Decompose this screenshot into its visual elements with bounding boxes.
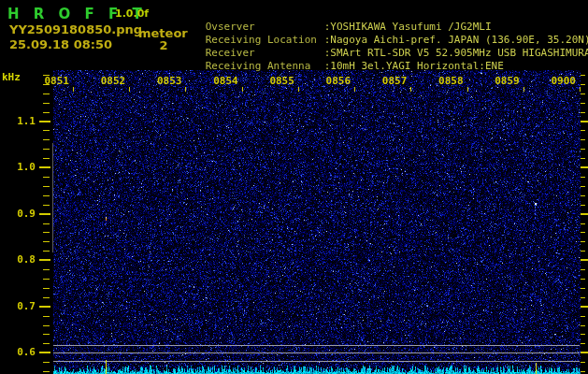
freq-minor-tick-left — [43, 130, 50, 131]
freq-minor-tick-right — [581, 343, 585, 344]
time-tick-mark — [242, 87, 243, 92]
freq-minor-tick-left — [43, 334, 50, 335]
location-label: Receiving Location — [206, 34, 324, 47]
freq-minor-tick-right — [581, 241, 585, 242]
freq-minor-tick-left — [43, 177, 50, 178]
freq-minor-tick-left — [43, 362, 50, 363]
freq-minor-tick-right — [581, 205, 585, 206]
freq-minor-tick-right — [581, 177, 585, 178]
time-tick-mark — [580, 87, 581, 92]
freq-minor-tick-left — [43, 139, 50, 140]
freq-minor-tick-right — [581, 103, 585, 104]
time-tick-label: 0853 — [146, 76, 181, 86]
freq-major-tick-right — [581, 259, 588, 261]
freq-minor-tick-right — [581, 94, 585, 94]
time-tick-mark — [523, 87, 524, 92]
freq-minor-tick-right — [581, 158, 585, 159]
freq-minor-tick-right — [581, 186, 585, 187]
freq-minor-tick-right — [581, 139, 585, 140]
observer-value: :YOSHIKAWA Yasufumi /JG2MLI — [324, 21, 492, 33]
antenna-value: :10mH 3el.YAGI Horizontal:ENE — [324, 60, 504, 72]
time-tick-label: 0856 — [315, 76, 351, 86]
location-value: :Nagoya Aichi-pref. JAPAN (136.90E, 35.2… — [324, 34, 588, 46]
time-tick-mark — [298, 87, 299, 92]
time-tick-label: 0859 — [484, 76, 520, 86]
freq-major-tick-right — [581, 213, 588, 215]
freq-major-tick-right — [581, 306, 588, 308]
freq-minor-tick-right — [581, 223, 585, 224]
time-tick-mark — [129, 87, 130, 92]
freq-minor-tick-right — [581, 362, 585, 363]
freq-major-tick-left — [39, 166, 50, 168]
freq-minor-tick-right — [581, 316, 585, 317]
freq-minor-tick-right — [581, 112, 585, 113]
freq-minor-tick-right — [581, 149, 585, 150]
time-tick-mark — [73, 87, 74, 92]
freq-minor-tick-left — [43, 251, 50, 252]
freq-minor-tick-left — [43, 149, 50, 150]
time-tick-label: 0858 — [428, 76, 464, 86]
freq-minor-tick-left — [43, 241, 50, 242]
time-tick-label: 0855 — [259, 76, 294, 86]
freq-minor-tick-left — [43, 112, 50, 113]
time-tick-label: 0900 — [540, 76, 576, 86]
freq-minor-tick-right — [581, 279, 585, 280]
time-tick-label: 0854 — [203, 76, 238, 86]
freq-tick-label: 0.8 — [0, 254, 36, 265]
freq-minor-tick-left — [43, 103, 50, 104]
freq-minor-tick-right — [581, 75, 585, 76]
freq-minor-tick-left — [43, 223, 50, 224]
time-tick-mark — [354, 87, 355, 92]
time-tick-mark — [467, 87, 468, 92]
freq-minor-tick-right — [581, 232, 585, 233]
freq-minor-tick-left — [43, 269, 50, 270]
freq-minor-tick-right — [581, 195, 585, 196]
freq-minor-tick-left — [43, 75, 50, 76]
freq-tick-label: 0.9 — [0, 209, 36, 219]
freq-minor-tick-left — [43, 316, 50, 317]
freq-major-tick-left — [39, 213, 50, 215]
time-tick-label: 0851 — [34, 76, 69, 86]
freq-minor-tick-left — [43, 279, 50, 280]
freq-minor-tick-left — [43, 84, 50, 85]
freq-major-tick-left — [39, 259, 50, 261]
freq-minor-tick-left — [43, 288, 50, 289]
freq-minor-tick-left — [43, 94, 50, 94]
freq-minor-tick-left — [43, 195, 50, 196]
freq-tick-label: 1.0 — [0, 162, 36, 172]
info-row-observer: Ovserver:YOSHIKAWA Yasufumi /JG2MLI — [168, 7, 584, 21]
freq-major-tick-left — [39, 306, 50, 308]
reference-line — [53, 352, 580, 353]
freq-major-tick-right — [581, 352, 588, 353]
station-info: Ovserver:YOSHIKAWA Yasufumi /JG2MLI Rece… — [168, 7, 584, 60]
freq-minor-tick-right — [581, 297, 585, 298]
output-filename: YY2509180850.png — [9, 22, 142, 36]
hrofft-window: H R O F F T 1.0.0f YY2509180850.png mete… — [0, 0, 588, 374]
freq-minor-tick-right — [581, 288, 585, 289]
reference-line — [53, 361, 580, 362]
time-tick-label: 0852 — [90, 76, 125, 86]
freq-minor-tick-left — [43, 232, 50, 233]
freq-minor-tick-right — [581, 371, 585, 372]
meteor-marker — [106, 360, 107, 374]
app-version: 1.0.0f — [115, 7, 149, 20]
freq-axis-unit: kHz — [2, 71, 21, 83]
freq-minor-tick-left — [43, 371, 50, 372]
freq-tick-label: 1.1 — [0, 116, 36, 126]
observer-label: Ovserver — [206, 21, 324, 34]
freq-minor-tick-right — [581, 84, 585, 85]
freq-major-tick-right — [581, 121, 588, 122]
left-edge-artifact-line — [52, 143, 53, 252]
meteor-marker — [536, 363, 537, 374]
time-tick-mark — [185, 87, 186, 92]
freq-tick-label: 0.6 — [0, 347, 36, 357]
freq-minor-tick-right — [581, 251, 585, 252]
freq-major-tick-left — [39, 352, 50, 353]
freq-tick-label: 0.7 — [0, 301, 36, 311]
freq-minor-tick-left — [43, 343, 50, 344]
freq-minor-tick-right — [581, 130, 585, 131]
freq-minor-tick-right — [581, 334, 585, 335]
record-datetime: 25.09.18 08:50 — [9, 37, 112, 51]
antenna-label: Receiving Antenna — [206, 60, 324, 73]
freq-minor-tick-left — [43, 186, 50, 187]
